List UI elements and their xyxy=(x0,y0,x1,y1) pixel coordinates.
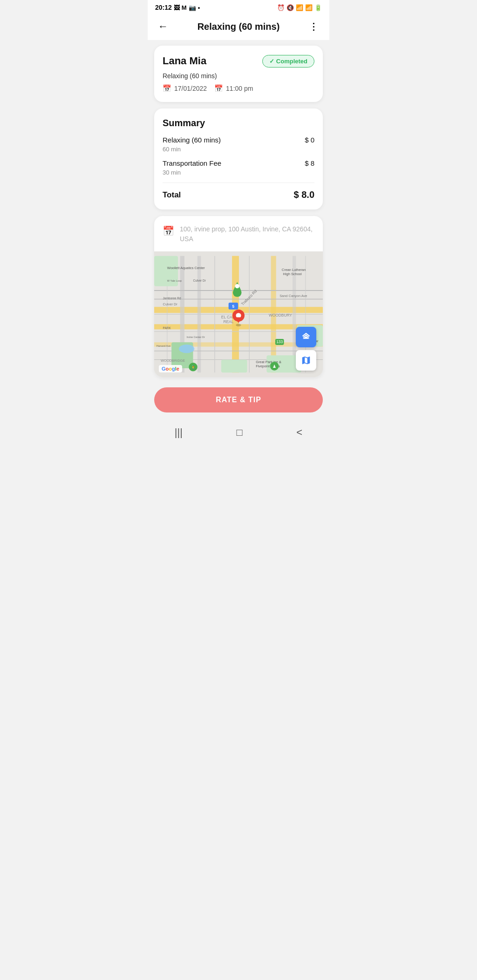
svg-rect-23 xyxy=(221,359,247,372)
total-label: Total xyxy=(163,190,181,200)
svg-text:W Yale Loop: W Yale Loop xyxy=(167,279,182,282)
svg-text:🚴: 🚴 xyxy=(191,365,196,370)
svg-point-24 xyxy=(179,345,194,353)
booking-dates: 📅 17/01/2022 📅 11:00 pm xyxy=(163,84,314,93)
summary-item-0: Relaxing (60 mins) $ 0 xyxy=(163,136,314,144)
summary-title: Summary xyxy=(163,118,314,128)
checkmark-icon: ✓ xyxy=(269,58,274,65)
address-row: 📅 100, irvine prop, 100 Austin, Irvine, … xyxy=(154,216,323,251)
total-price: $ 8.0 xyxy=(294,189,314,200)
summary-divider xyxy=(163,182,314,183)
battery-icon: 🔋 xyxy=(314,4,322,11)
address-map-card: 📅 100, irvine prop, 100 Austin, Irvine, … xyxy=(154,216,323,377)
svg-text:Irvine Center Dr: Irvine Center Dr xyxy=(187,336,205,338)
booking-date: 17/01/2022 xyxy=(174,85,207,92)
svg-text:Culver Dr: Culver Dr xyxy=(193,279,206,282)
location-icon: 📅 xyxy=(163,225,174,237)
wifi-icon: 📶 xyxy=(296,4,303,11)
mail-icon: M xyxy=(182,4,187,11)
dot-indicator: • xyxy=(198,4,200,11)
item-name-0: Relaxing (60 mins) xyxy=(163,136,221,144)
bottom-nav: ||| □ < xyxy=(148,420,329,447)
svg-text:♟: ♟ xyxy=(273,364,276,369)
google-logo: Google xyxy=(159,365,182,372)
header: ← Relaxing (60 mins) ⋮ xyxy=(148,13,329,40)
item-price-1: $ 8 xyxy=(305,159,314,167)
clock-icon: 📅 xyxy=(214,84,223,93)
back-button[interactable]: ← xyxy=(156,19,170,34)
svg-text:Crean Lutheran: Crean Lutheran xyxy=(282,268,306,272)
content-area: Lana Mia ✓ Completed Relaxing (60 mins) … xyxy=(148,40,329,383)
photo-icon: 🖼 xyxy=(174,4,180,11)
status-right: ⏰ 🔇 📶 📶 🔋 xyxy=(277,4,322,11)
svg-text:REAL: REAL xyxy=(224,319,234,324)
time-item: 📅 11:00 pm xyxy=(214,84,253,93)
svg-text:PARK: PARK xyxy=(163,326,171,330)
summary-item-1: Transportation Fee $ 8 xyxy=(163,159,314,167)
status-left: 20:12 🖼 M 📷 • xyxy=(155,4,200,11)
calendar-icon: 📅 xyxy=(163,84,171,93)
camera-icon: 📷 xyxy=(189,4,196,11)
item-price-0: $ 0 xyxy=(305,136,314,144)
svg-text:5: 5 xyxy=(232,304,235,309)
signal-icon: 📶 xyxy=(305,4,313,11)
svg-text:High School: High School xyxy=(283,272,302,276)
item-name-1: Transportation Fee xyxy=(163,159,221,167)
map-nav-buttons xyxy=(296,327,316,371)
bottom-action-area: RATE & TIP xyxy=(148,383,329,420)
item-sub-0: 60 min xyxy=(163,146,314,153)
svg-point-42 xyxy=(235,284,239,288)
svg-text:Woollett Aquatics Center: Woollett Aquatics Center xyxy=(167,266,205,270)
svg-text:Jamboree Rd: Jamboree Rd xyxy=(163,297,181,300)
back-nav-icon[interactable]: < xyxy=(296,426,302,439)
svg-point-43 xyxy=(236,324,241,326)
svg-text:WOODBURY: WOODBURY xyxy=(269,313,292,318)
home-icon[interactable]: □ xyxy=(237,426,243,439)
status-label: Completed xyxy=(276,58,307,65)
svg-text:133: 133 xyxy=(276,339,283,344)
status-bar: 20:12 🖼 M 📷 • ⏰ 🔇 📶 📶 🔋 xyxy=(148,0,329,13)
svg-text:Harvard Ave: Harvard Ave xyxy=(157,345,170,347)
service-name: Relaxing (60 mins) xyxy=(163,72,314,80)
item-sub-1: 30 min xyxy=(163,169,314,176)
customer-name: Lana Mia xyxy=(163,55,206,67)
map-container[interactable]: 5 Trabuco Rd Sand Canyon Ave Culver Dr E… xyxy=(154,251,323,377)
booking-time: 11:00 pm xyxy=(226,85,253,92)
booking-header: Lana Mia ✓ Completed xyxy=(163,55,314,68)
svg-text:Sand Canyon Ave: Sand Canyon Ave xyxy=(279,294,307,298)
svg-text:WOODBRIDGE: WOODBRIDGE xyxy=(161,358,185,363)
mute-icon: 🔇 xyxy=(286,4,294,11)
page-title: Relaxing (60 mins) xyxy=(198,21,280,32)
alarm-icon: ⏰ xyxy=(277,4,285,11)
summary-card: Summary Relaxing (60 mins) $ 0 60 min Tr… xyxy=(154,108,323,210)
svg-text:Culver Dr: Culver Dr xyxy=(163,302,178,306)
rate-tip-button[interactable]: RATE & TIP xyxy=(154,387,323,412)
status-badge: ✓ Completed xyxy=(262,55,314,68)
booking-card: Lana Mia ✓ Completed Relaxing (60 mins) … xyxy=(154,46,323,102)
maps-button[interactable] xyxy=(296,350,316,371)
date-item: 📅 17/01/2022 xyxy=(163,84,207,93)
total-row: Total $ 8.0 xyxy=(163,189,314,200)
address-text: 100, irvine prop, 100 Austin, Irvine, CA… xyxy=(180,224,314,244)
directions-button[interactable] xyxy=(296,327,316,347)
more-options-button[interactable]: ⋮ xyxy=(307,19,321,34)
menu-icon[interactable]: ||| xyxy=(175,426,183,439)
status-time: 20:12 xyxy=(155,4,172,11)
